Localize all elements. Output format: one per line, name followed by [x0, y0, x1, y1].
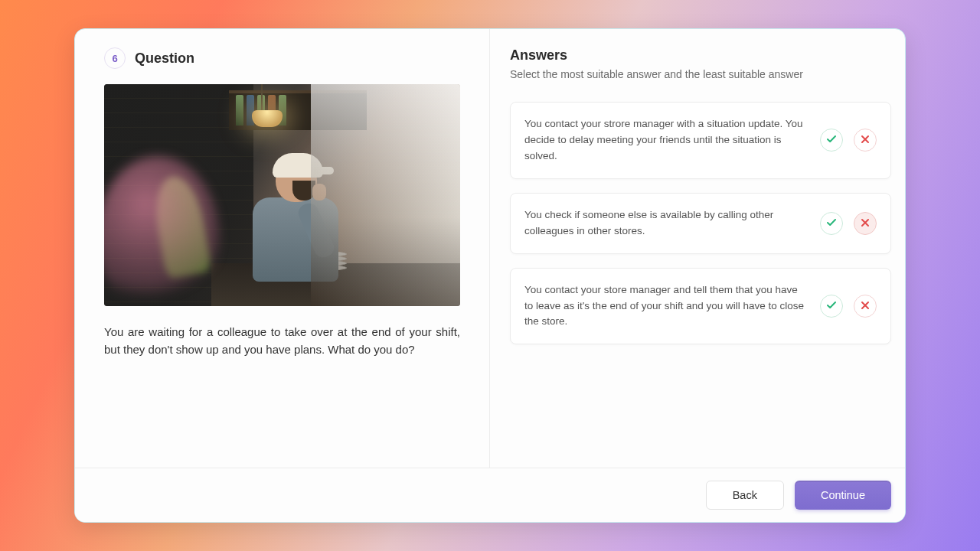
continue-button[interactable]: Continue: [795, 481, 891, 510]
most-suitable-button[interactable]: [820, 129, 843, 152]
least-suitable-button[interactable]: [854, 129, 877, 152]
least-suitable-button[interactable]: [854, 295, 877, 318]
answers-list: You contact your strore manager with a s…: [510, 102, 891, 344]
question-label: Question: [135, 51, 194, 67]
main-area: 6 Question: [75, 29, 905, 468]
cross-icon: [861, 299, 870, 313]
cross-icon: [861, 133, 870, 147]
most-suitable-button[interactable]: [820, 295, 843, 318]
answer-text: You contact your strore manager with a s…: [524, 116, 809, 165]
question-text: You are waiting for a colleague to take …: [104, 323, 460, 359]
answers-title: Answers: [510, 47, 891, 64]
scenario-image: [104, 84, 460, 306]
footer: Back Continue: [75, 468, 905, 522]
answer-option: You check if someone else is available b…: [510, 193, 891, 254]
most-suitable-button[interactable]: [820, 212, 843, 235]
least-suitable-button[interactable]: [854, 212, 877, 235]
question-header: 6 Question: [104, 47, 460, 69]
answer-option: You contact your store manager and tell …: [510, 268, 891, 345]
answers-panel: Answers Select the most suitable answer …: [490, 29, 905, 468]
check-icon: [827, 133, 836, 147]
cross-icon: [861, 217, 870, 230]
answer-text: You check if someone else is available b…: [524, 207, 809, 240]
check-icon: [827, 217, 836, 230]
check-icon: [827, 299, 836, 313]
back-button[interactable]: Back: [706, 481, 784, 510]
question-number-badge: 6: [104, 47, 126, 69]
answer-text: You contact your store manager and tell …: [524, 282, 809, 331]
question-panel: 6 Question: [75, 29, 490, 468]
answer-option: You contact your strore manager with a s…: [510, 102, 891, 179]
quiz-card: 6 Question: [74, 28, 906, 523]
answers-subtitle: Select the most suitable answer and the …: [510, 68, 891, 80]
